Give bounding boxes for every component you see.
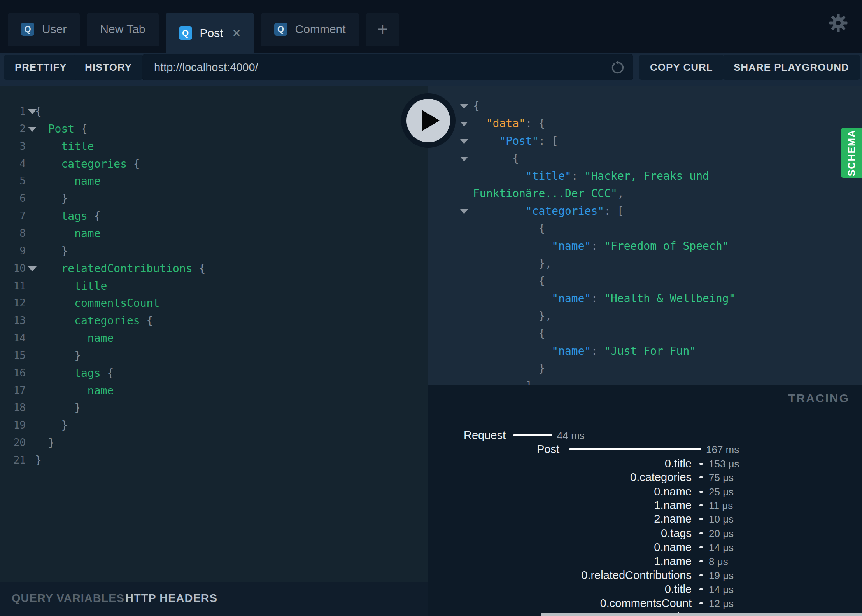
code-token: categories: [35, 314, 140, 327]
editor-line-8: 8 name: [0, 225, 428, 242]
code-token: : [: [604, 205, 624, 217]
code-token: "title": [473, 170, 571, 182]
editor-line-5: 5 name: [0, 172, 428, 190]
fold-arrow-icon[interactable]: [460, 157, 468, 161]
gear-icon: [828, 12, 849, 33]
fold-arrow-icon[interactable]: [460, 209, 468, 214]
trace-row: 0.title153 μs: [428, 457, 862, 471]
trace-label: 0.name: [654, 540, 692, 554]
trace-row: 0.relatedContributions19 μs: [428, 568, 862, 582]
tab-post[interactable]: QPost×: [166, 13, 254, 53]
editor-line-14: 14 name: [0, 329, 428, 347]
trace-duration-dash: [699, 504, 703, 506]
response-line: {: [428, 150, 862, 167]
code-text: }: [35, 190, 68, 207]
code-token: {: [473, 222, 545, 235]
trace-label: 0.tags: [661, 526, 692, 540]
trace-duration-dash: [699, 491, 703, 493]
history-button[interactable]: HISTORY: [74, 55, 143, 80]
trace-duration-bar: [513, 434, 552, 436]
tracing-horizontal-scrollbar[interactable]: [541, 613, 862, 616]
trace-value: 153 μs: [709, 457, 739, 471]
code-token: "Post": [473, 135, 539, 147]
code-text: "name": "Health & Wellbeing": [473, 290, 735, 307]
tab-user[interactable]: QUser: [8, 13, 80, 46]
editor-line-2: 2 Post {: [0, 120, 428, 138]
code-token: {: [193, 262, 206, 275]
trace-label: Request: [464, 428, 506, 442]
share-playground-button[interactable]: SHARE PLAYGROUND: [723, 55, 860, 80]
code-token: title: [35, 140, 94, 153]
query-badge: Q: [274, 23, 287, 36]
prettify-button[interactable]: PRETTIFY: [4, 55, 78, 80]
editor-line-11: 11 title: [0, 277, 428, 295]
execute-query-button[interactable]: [401, 93, 456, 148]
trace-label: 2.name: [654, 512, 692, 526]
trace-row: 0.name25 μs: [428, 485, 862, 499]
editor-bottom-bar: QUERY VARIABLES HTTP HEADERS: [0, 582, 428, 616]
code-text: title: [35, 138, 94, 155]
line-number: 5: [0, 172, 26, 190]
reload-schema-button[interactable]: [610, 60, 626, 76]
close-tab-icon[interactable]: ×: [233, 26, 241, 40]
line-number: 19: [0, 416, 26, 434]
editor-line-9: 9 }: [0, 242, 428, 260]
code-token: Funktionäre...Der CCC": [473, 187, 617, 200]
code-token: ,: [617, 187, 624, 200]
code-token: : {: [526, 117, 545, 130]
code-text: {: [473, 97, 480, 115]
trace-value: 19 μs: [709, 569, 734, 582]
code-token: }: [35, 401, 81, 414]
endpoint-url-input[interactable]: [142, 54, 633, 80]
code-text: },: [473, 307, 552, 325]
query-editor[interactable]: 1{2 Post {3 title4 categories {5 name6 }…: [0, 86, 428, 582]
code-text: }: [35, 434, 55, 452]
response-line: }: [428, 360, 862, 377]
tab-new-tab[interactable]: New Tab: [87, 13, 158, 46]
trace-value: 75 μs: [709, 471, 734, 484]
code-token: name: [35, 175, 101, 187]
code-token: commentsCount: [35, 297, 159, 310]
fold-arrow-icon[interactable]: [460, 139, 468, 144]
trace-duration-dash: [699, 476, 703, 478]
copy-curl-button[interactable]: COPY CURL: [639, 55, 724, 80]
code-text: ]: [473, 377, 532, 385]
code-token: },: [473, 257, 552, 270]
code-token: }: [35, 245, 68, 257]
tab-comment[interactable]: QComment: [261, 13, 359, 46]
line-number: 20: [0, 434, 26, 452]
trace-value: 8 μs: [709, 555, 728, 568]
query-variables-tab[interactable]: QUERY VARIABLES: [12, 592, 124, 605]
code-token: "Hacker, Freaks und: [585, 170, 709, 182]
trace-label: 0.title: [665, 582, 692, 596]
code-token: {: [74, 122, 88, 135]
trace-label: 0.commentsCount: [600, 596, 692, 610]
code-token: : [: [539, 135, 559, 147]
response-line: ]: [428, 377, 862, 385]
fold-arrow-icon[interactable]: [460, 104, 468, 109]
code-token: "categories": [473, 205, 604, 217]
response-line: "name": "Freedom of Speech": [428, 237, 862, 255]
code-token: :: [591, 240, 604, 252]
code-text: {: [35, 103, 42, 120]
trace-row: Request44 ms: [428, 428, 862, 442]
code-token: relatedContributions: [35, 262, 193, 275]
code-text: }: [473, 360, 545, 377]
code-token: :: [591, 292, 604, 305]
code-text: tags {: [35, 364, 114, 382]
code-token: {: [473, 152, 519, 165]
response-line: },: [428, 255, 862, 272]
settings-button[interactable]: [828, 12, 849, 33]
trace-value: 25 μs: [709, 485, 734, 499]
code-text: categories {: [35, 312, 153, 329]
line-number: 1: [0, 103, 26, 120]
schema-side-tab-label: SCHEMA: [846, 130, 857, 176]
code-token: tags: [35, 367, 101, 380]
play-triangle-icon: [422, 110, 440, 131]
new-tab-button[interactable]: +: [366, 13, 399, 46]
fold-arrow-icon[interactable]: [460, 122, 468, 126]
line-number: 4: [0, 155, 26, 173]
http-headers-tab[interactable]: HTTP HEADERS: [125, 592, 217, 605]
schema-side-tab[interactable]: SCHEMA: [841, 128, 862, 178]
trace-duration-dash: [699, 574, 703, 576]
